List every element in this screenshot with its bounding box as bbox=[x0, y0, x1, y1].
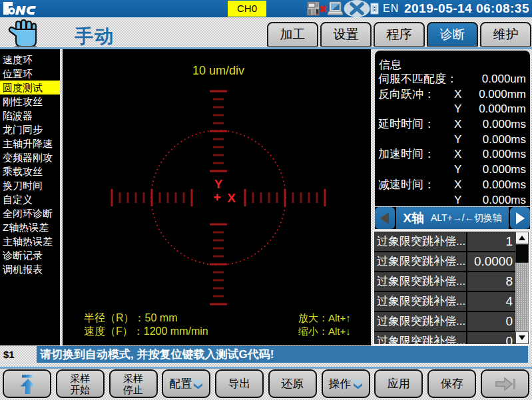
param-name: 过象限突跳补偿... bbox=[374, 232, 467, 251]
menu-item[interactable]: 变频器刚攻 bbox=[0, 150, 60, 164]
zoom-out-hint: 缩小：Alt+↓ bbox=[298, 325, 351, 337]
toolbar-divider bbox=[0, 367, 532, 369]
axis-prev-button[interactable] bbox=[375, 207, 395, 229]
toolbar-button[interactable] bbox=[3, 369, 51, 398]
toolbar-button-label: 操作 bbox=[329, 378, 352, 389]
info-axis: Y bbox=[454, 132, 461, 148]
toolbar-button[interactable]: 应用 bbox=[374, 369, 423, 398]
menu-item[interactable]: 圆度测试 bbox=[0, 81, 60, 95]
info-value: 0.000ms bbox=[483, 193, 526, 208]
menu-item[interactable]: 主轴热误差 bbox=[0, 234, 60, 248]
toolbar-button[interactable]: 导出 bbox=[215, 369, 264, 398]
info-row: 加速时间： X 0.000ms bbox=[378, 147, 526, 162]
y-axis-label: Y bbox=[214, 177, 223, 191]
laptop-icon bbox=[327, 1, 343, 19]
table-row[interactable]: 过象限突跳补偿... 0 bbox=[374, 332, 515, 344]
menu-item[interactable]: 陷波器 bbox=[0, 108, 60, 122]
right-panel: 信息 伺服不匹配度： 0.000um 反向跃冲： X 0.000mm bbox=[375, 49, 530, 345]
tab[interactable]: 设置 bbox=[320, 22, 372, 47]
toolbar-button[interactable]: 还原 bbox=[268, 369, 317, 398]
menu-item[interactable]: Z轴热误差 bbox=[0, 220, 60, 234]
channel-label: $1 bbox=[3, 349, 15, 360]
info-value: 0.000mm bbox=[479, 87, 526, 102]
main-area: 速度环 位置环 圆度测试 刚性攻丝 陷波器 龙门同步 主轴升降速 变频器刚攻 乘… bbox=[0, 49, 532, 345]
menu-item[interactable]: 乘载攻丝 bbox=[0, 164, 60, 178]
double-chevron-down-icon bbox=[353, 378, 363, 389]
toolbar-button[interactable]: 配置 bbox=[162, 369, 210, 398]
menu-item[interactable]: 换刀时间 bbox=[0, 178, 60, 192]
param-value: 0 bbox=[467, 312, 515, 331]
info-row: Y 0.000ms bbox=[378, 193, 526, 208]
tab[interactable]: 程序 bbox=[374, 22, 425, 47]
tab[interactable]: 加工 bbox=[267, 22, 318, 47]
axis-switcher: X轴 ALT+→/←切换轴 bbox=[375, 207, 530, 229]
menu-item[interactable]: 调机报表 bbox=[0, 262, 60, 276]
info-axis: X bbox=[454, 117, 461, 132]
table-scrollbar[interactable] bbox=[515, 232, 529, 344]
info-value: 0.000um bbox=[482, 72, 526, 87]
table-row[interactable]: 过象限突跳补偿... 4 bbox=[374, 292, 515, 311]
table-row[interactable]: 过象限突跳补偿... 8 bbox=[374, 272, 515, 291]
menu-item[interactable]: 主轴升降速 bbox=[0, 136, 60, 150]
table-row[interactable]: 过象限突跳补偿... 0 bbox=[374, 312, 515, 331]
param-name: 过象限突跳补偿... bbox=[374, 252, 467, 271]
double-chevron-down-icon bbox=[193, 378, 203, 389]
toolbar-button-label: 采样 开始 bbox=[70, 373, 90, 395]
menu-item[interactable]: 自定义 bbox=[0, 192, 60, 206]
x-axis-label: X bbox=[227, 191, 236, 205]
toolbar-button[interactable]: 采样 停止 bbox=[109, 369, 158, 398]
status-row: $1 请切换到自动模式, 并按复位键载入测试G代码! bbox=[0, 345, 532, 364]
language-indicator[interactable]: EN bbox=[383, 3, 399, 15]
info-row: Y 0.000ms bbox=[378, 132, 526, 148]
mode-label: 手动 bbox=[75, 24, 115, 49]
param-value: 0 bbox=[467, 332, 515, 344]
bottom-toolbar: 采样 开始 采样 停止 配置 导出 还原 操作 应用 保存 bbox=[0, 369, 532, 398]
channel-indicator[interactable]: CH0 bbox=[228, 1, 266, 17]
info-value: 0.000ms bbox=[483, 178, 526, 193]
param-value: 4 bbox=[467, 292, 515, 311]
toolbar-button[interactable]: 操作 bbox=[322, 369, 370, 398]
header-bar: 手动 加工 设置 程序 诊断 维护 bbox=[0, 17, 532, 49]
tab[interactable]: 维护 bbox=[480, 22, 531, 47]
menu-item[interactable]: 龙门同步 bbox=[0, 122, 60, 136]
roundness-plot: YX 10 um/div 半径（R）：50 mm 速度（F）：1200 mm/m… bbox=[63, 49, 371, 345]
toolbar-button[interactable] bbox=[481, 369, 529, 398]
scroll-up-button[interactable] bbox=[515, 232, 529, 244]
toolbar-button[interactable]: 采样 开始 bbox=[56, 369, 105, 398]
scroll-down-button[interactable] bbox=[515, 331, 529, 344]
table-row[interactable]: 过象限突跳补偿... 0.0000 bbox=[374, 252, 515, 271]
plot-zoom-hints: 放大：Alt+↑ 缩小：Alt+↓ bbox=[298, 311, 351, 338]
param-value: 1 bbox=[467, 232, 515, 251]
info-axis: X bbox=[454, 147, 461, 162]
info-value: 0.000mm bbox=[479, 102, 526, 117]
plot-canvas: YX bbox=[63, 49, 371, 345]
info-axis: Y bbox=[454, 102, 461, 117]
scroll-track[interactable] bbox=[515, 263, 529, 331]
current-axis-label: X轴 bbox=[403, 210, 424, 227]
info-axis: Y bbox=[454, 162, 461, 178]
toolbar-button[interactable]: 保存 bbox=[427, 369, 476, 398]
scroll-thumb[interactable] bbox=[515, 244, 529, 263]
tab[interactable]: 诊断 bbox=[427, 22, 478, 47]
table-row[interactable]: 过象限突跳补偿... 1 bbox=[374, 232, 515, 251]
plot-scale-label: 10 um/div bbox=[63, 64, 374, 78]
radius-label: 半径（R）：50 mm bbox=[84, 312, 177, 323]
next-page-icon bbox=[494, 375, 517, 393]
menu-item[interactable]: 位置环 bbox=[0, 67, 60, 81]
ime-icon[interactable] bbox=[370, 3, 379, 17]
menu-item[interactable]: 刚性攻丝 bbox=[0, 95, 60, 108]
menu-item[interactable]: 诊断记录 bbox=[0, 248, 60, 262]
info-axis: X bbox=[454, 178, 461, 193]
axis-next-button[interactable] bbox=[510, 207, 530, 229]
diagnosis-menu: 速度环 位置环 圆度测试 刚性攻丝 陷波器 龙门同步 主轴升降速 变频器刚攻 乘… bbox=[0, 49, 60, 345]
info-rows: 伺服不匹配度： 0.000um 反向跃冲： X 0.000mm bbox=[378, 72, 526, 208]
param-value: 8 bbox=[467, 272, 515, 291]
toolbar-button-label: 采样 停止 bbox=[123, 373, 143, 395]
info-title: 信息 bbox=[379, 57, 401, 73]
param-name: 过象限突跳补偿... bbox=[374, 292, 467, 311]
feed-label: 速度（F）：1200 mm/min bbox=[84, 325, 208, 337]
menu-item[interactable]: 全闭环诊断 bbox=[0, 206, 60, 220]
param-value: 0.0000 bbox=[467, 252, 515, 271]
menu-item[interactable]: 速度环 bbox=[0, 53, 60, 67]
zoom-in-hint: 放大：Alt+↑ bbox=[298, 312, 351, 323]
